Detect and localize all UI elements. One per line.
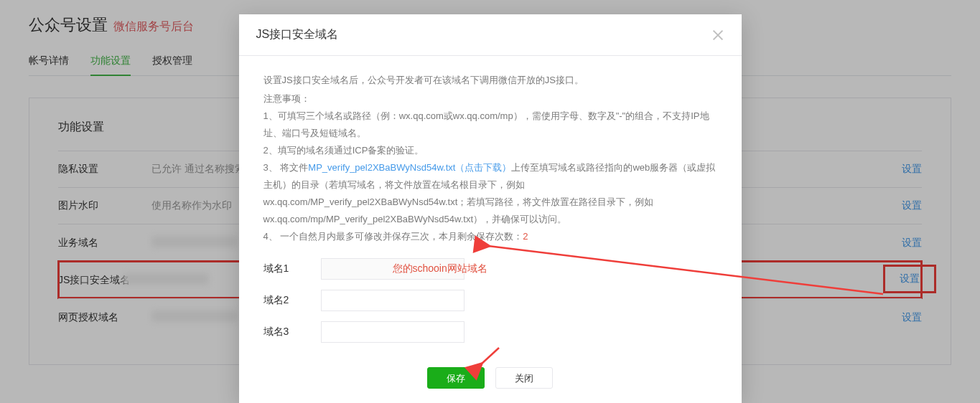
modal-note-4: 4、 一个自然月内最多可修改并保存三次，本月剩余保存次数：2 bbox=[263, 228, 717, 245]
modal-note-1: 1、可填写三个域名或路径（例：wx.qq.com或wx.qq.com/mp），需… bbox=[263, 108, 717, 142]
js-domain-modal: JS接口安全域名 设置JS接口安全域名后，公众号开发者可在该域名下调用微信开放的… bbox=[239, 14, 742, 403]
modal-intro: 设置JS接口安全域名后，公众号开发者可在该域名下调用微信开放的JS接口。 bbox=[263, 72, 717, 89]
modal-title: JS接口安全域名 bbox=[256, 27, 339, 42]
form-label: 域名3 bbox=[263, 326, 321, 338]
domain2-input[interactable] bbox=[321, 290, 465, 311]
modal-note-2: 2、填写的域名须通过ICP备案的验证。 bbox=[263, 142, 717, 159]
form-row-domain3: 域名3 bbox=[263, 321, 717, 343]
modal-note-3: 3、 将文件MP_verify_pel2XBaBWyNsd54w.txt（点击下… bbox=[263, 159, 717, 228]
save-button[interactable]: 保存 bbox=[427, 367, 485, 389]
modal-overlay: JS接口安全域名 设置JS接口安全域名后，公众号开发者可在该域名下调用微信开放的… bbox=[0, 0, 980, 403]
close-icon[interactable] bbox=[711, 29, 724, 42]
download-link[interactable]: （点击下载） bbox=[455, 162, 511, 173]
form-row-domain1: 域名1 您的schooin网站域名 bbox=[263, 258, 717, 280]
domain3-input[interactable] bbox=[321, 321, 465, 343]
modal-body: 设置JS接口安全域名后，公众号开发者可在该域名下调用微信开放的JS接口。 注意事… bbox=[239, 56, 742, 252]
modal-header: JS接口安全域名 bbox=[239, 14, 742, 56]
modal-note-head: 注意事项： bbox=[263, 90, 717, 108]
verify-file-link[interactable]: MP_verify_pel2XBaBWyNsd54w.txt bbox=[308, 162, 455, 173]
close-button[interactable]: 关闭 bbox=[495, 367, 553, 389]
domain1-input[interactable] bbox=[321, 258, 465, 280]
form-label: 域名2 bbox=[263, 294, 321, 307]
remaining-count: 2 bbox=[523, 231, 528, 242]
domain-form: 域名1 您的schooin网站域名 域名2 域名3 bbox=[239, 252, 742, 360]
modal-footer: 保存 关闭 bbox=[239, 360, 742, 403]
form-label: 域名1 bbox=[263, 262, 321, 275]
form-row-domain2: 域名2 bbox=[263, 290, 717, 311]
